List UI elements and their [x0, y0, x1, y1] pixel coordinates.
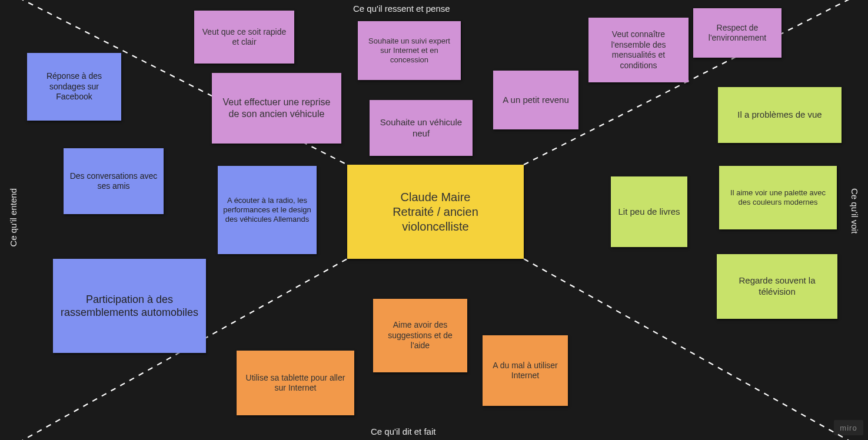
- center-persona-card[interactable]: Claude Maire Retraité / ancien violoncel…: [347, 165, 524, 259]
- persona-name: Claude Maire: [401, 190, 471, 205]
- note-sees-few-books[interactable]: Lit peu de livres: [611, 176, 687, 247]
- persona-role1: Retraité / ancien: [393, 205, 478, 219]
- note-hears-gatherings[interactable]: Participation à des rassemblements autom…: [53, 259, 206, 353]
- empathy-map-canvas[interactable]: Ce qu'il ressent et pense Ce qu'il dit e…: [0, 0, 868, 440]
- note-thinks-expert[interactable]: Souhaite un suivi expert sur Internet et…: [358, 21, 461, 80]
- note-thinks-environment[interactable]: Respect de l'environnement: [693, 8, 781, 58]
- section-label-left: Ce qu'il entend: [8, 188, 18, 247]
- note-hears-surveys[interactable]: Réponse à des sondages sur Facebook: [27, 53, 121, 121]
- note-thinks-fast-clear[interactable]: Veut que ce soit rapide et clair: [194, 11, 294, 64]
- section-label-top: Ce qu'il ressent et pense: [353, 4, 450, 14]
- note-thinks-payments[interactable]: Veut connaître l'ensemble des mensualité…: [588, 18, 689, 82]
- note-hears-friends[interactable]: Des conversations avec ses amis: [64, 148, 164, 214]
- section-label-right: Ce qu'il voit: [850, 188, 860, 234]
- section-label-bottom: Ce qu'il dit et fait: [371, 426, 435, 436]
- note-does-suggestions[interactable]: Aime avoir des suggestions et de l'aide: [373, 299, 467, 372]
- note-does-internet[interactable]: A du mal à utiliser Internet: [483, 335, 568, 406]
- miro-logo: miro: [834, 420, 863, 435]
- note-thinks-low-income[interactable]: A un petit revenu: [493, 71, 578, 129]
- persona-role2: violoncelliste: [402, 219, 468, 234]
- note-thinks-new-vehicle[interactable]: Souhaite un véhicule neuf: [370, 100, 473, 156]
- note-sees-palette[interactable]: Il aime voir une palette avec des couleu…: [719, 166, 837, 229]
- note-does-tablet[interactable]: Utilise sa tablette pour aller sur Inter…: [237, 351, 354, 415]
- note-hears-radio[interactable]: A écouter à la radio, les performances e…: [218, 166, 317, 254]
- note-thinks-trade-in[interactable]: Veut effectuer une reprise de son ancien…: [212, 73, 341, 144]
- note-sees-tv[interactable]: Regarde souvent la télévision: [717, 254, 837, 319]
- note-sees-vision[interactable]: Il a problèmes de vue: [718, 87, 842, 143]
